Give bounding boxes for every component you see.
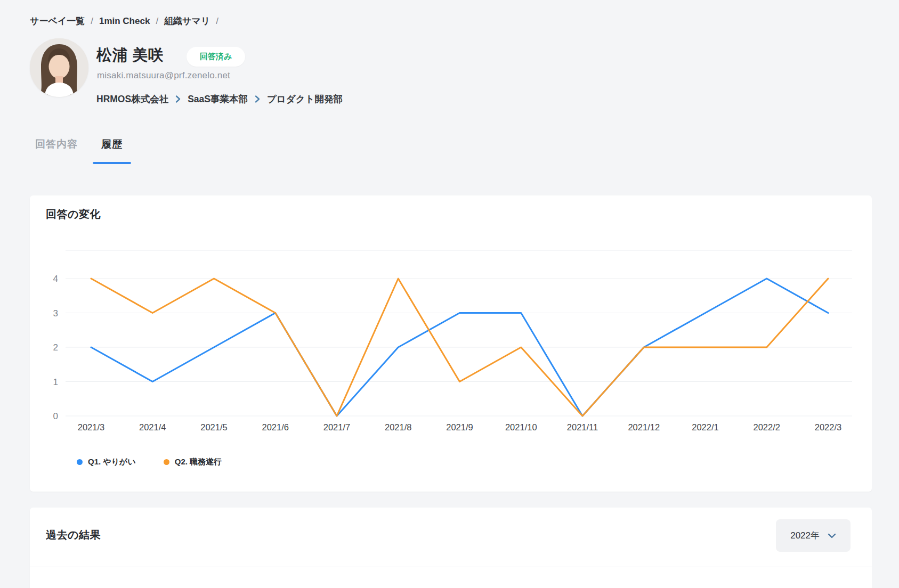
x-axis-tick-label: 2021/7 [323,422,350,432]
legend-label-q1: Q1. やりがい [88,457,136,467]
x-axis-tick-label: 2021/4 [139,422,166,432]
org-item-department[interactable]: プロダクト開発部 [267,93,343,105]
chevron-right-icon [175,95,181,103]
page-title-user-name: 松浦 美咲 [96,45,164,66]
status-badge-answered: 回答済み [187,47,245,67]
chevron-down-icon [828,533,836,538]
x-axis-tick-label: 2022/2 [754,422,780,432]
org-item-company[interactable]: HRMOS株式会社 [96,93,168,105]
past-results-card: 過去の結果 2022年 [30,508,872,588]
line-chart: 012342021/32021/42021/52021/62021/72021/… [30,195,872,492]
org-item-division[interactable]: SaaS事業本部 [188,93,248,105]
legend-dot-orange-icon [164,459,169,465]
breadcrumb-item-org-summary[interactable]: 組織サマリ [164,15,210,27]
x-axis-tick-label: 2022/1 [692,422,718,432]
year-filter-value: 2022年 [790,529,820,542]
x-axis-tick-label: 2021/6 [262,422,289,432]
x-axis-tick-label: 2021/5 [200,422,227,432]
legend-item-q2: Q2. 職務遂行 [164,457,222,467]
tab-answer-content[interactable]: 回答内容 [34,136,79,164]
breadcrumb-separator: / [156,16,158,27]
organization-summary-page: サーベイ一覧 / 1min Check / 組織サマリ / 松浦 美咲 回答済み… [0,0,899,588]
x-axis-tick-label: 2021/12 [628,422,660,432]
chart-legend: Q1. やりがい Q2. 職務遂行 [77,457,222,467]
legend-item-q1: Q1. やりがい [77,457,136,467]
breadcrumb-separator: / [216,16,218,27]
breadcrumb-separator: / [91,16,93,27]
x-axis-tick-label: 2022/3 [815,422,841,432]
avatar-image [30,38,88,97]
breadcrumb-item-survey-list[interactable]: サーベイ一覧 [30,15,85,27]
avatar [30,38,88,97]
org-breadcrumb: HRMOS株式会社 SaaS事業本部 プロダクト開発部 [96,93,343,105]
card-header-divider [30,567,872,567]
breadcrumb: サーベイ一覧 / 1min Check / 組織サマリ / [30,15,224,27]
y-axis-tick-label: 2 [53,342,58,353]
year-filter-dropdown[interactable]: 2022年 [776,519,851,552]
breadcrumb-item-1min-check[interactable]: 1min Check [99,16,150,27]
answer-change-card: 回答の変化 012342021/32021/42021/52021/62021/… [30,195,872,492]
y-axis-tick-label: 0 [53,411,58,421]
chevron-right-icon [255,95,260,103]
y-axis-tick-label: 1 [53,377,58,387]
card-title-past-results: 過去の結果 [46,528,101,542]
x-axis-tick-label: 2021/8 [385,422,411,432]
x-axis-tick-label: 2021/9 [446,422,473,432]
x-axis-tick-label: 2021/10 [505,422,537,432]
user-email: misaki.matsuura@prf.zenelo.net [97,70,230,81]
y-axis-tick-label: 4 [53,274,58,284]
legend-dot-blue-icon [77,459,83,465]
y-axis-tick-label: 3 [53,308,58,318]
legend-label-q2: Q2. 職務遂行 [175,457,222,467]
tab-history[interactable]: 履歴 [100,136,124,164]
x-axis-tick-label: 2021/3 [78,422,104,432]
x-axis-tick-label: 2021/11 [567,422,598,432]
tab-bar: 回答内容 履歴 [34,136,124,164]
